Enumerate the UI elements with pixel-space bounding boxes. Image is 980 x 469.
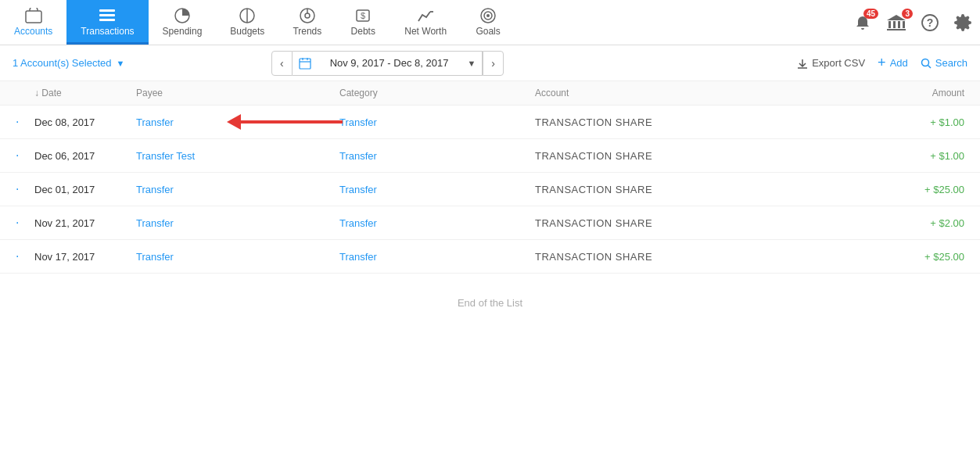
row-account: TRANSACTION SHARE — [535, 251, 871, 263]
svg-rect-2 — [99, 14, 115, 16]
row-category: Transfer — [339, 150, 535, 162]
trends-icon — [299, 5, 316, 24]
row-category: Transfer — [339, 217, 535, 229]
account-selector[interactable]: 1 Account(s) Selected ▼ — [13, 57, 124, 69]
row-payee: Transfer — [136, 217, 339, 229]
end-of-list: End of the List — [0, 274, 980, 332]
row-dot: · — [16, 115, 34, 129]
date-dropdown-button[interactable]: ▼ — [461, 51, 483, 76]
row-amount: + $25.00 — [871, 184, 964, 195]
search-button[interactable]: Search — [921, 57, 967, 69]
header-category: Category — [339, 88, 535, 98]
row-payee: Transfer — [136, 184, 339, 195]
table-row[interactable]: · Dec 08, 2017 Transfer Transfer TRANSAC… — [0, 106, 980, 139]
row-account: TRANSACTION SHARE — [535, 184, 871, 195]
search-icon — [921, 58, 932, 69]
row-amount: + $25.00 — [871, 251, 964, 263]
networth-icon — [417, 5, 434, 24]
debts-icon: $ — [354, 5, 372, 24]
budgets-icon — [239, 5, 256, 24]
table-row[interactable]: · Nov 17, 2017 Transfer Transfer TRANSAC… — [0, 240, 980, 274]
nav-label-accounts: Accounts — [14, 26, 52, 37]
nav-label-budgets: Budgets — [230, 26, 264, 37]
svg-text:$: $ — [361, 11, 365, 20]
svg-point-8 — [305, 13, 310, 18]
table-header: ↓ Date Payee Category Account Amount — [0, 81, 980, 106]
nav-item-debts[interactable]: $ Debts — [336, 0, 390, 45]
nav-item-transactions[interactable]: Transactions — [66, 0, 148, 45]
date-navigation: ‹ Nov 9, 2017 - Dec 8, 2017 ▼ › — [271, 51, 504, 76]
row-account: TRANSACTION SHARE — [535, 150, 871, 162]
date-calendar-button[interactable] — [293, 51, 318, 76]
nav-label-goals: Goals — [476, 26, 500, 37]
svg-rect-1 — [99, 9, 115, 12]
account-selector-label: 1 Account(s) Selected — [13, 57, 111, 69]
goals-icon — [479, 5, 497, 24]
nav-item-goals[interactable]: Goals — [461, 0, 515, 45]
header-date[interactable]: ↓ Date — [34, 88, 136, 98]
svg-rect-18 — [898, 21, 900, 28]
nav-item-networth[interactable]: Net Worth — [390, 0, 461, 45]
add-icon: + — [878, 55, 886, 71]
row-category: Transfer — [339, 184, 535, 195]
table-row[interactable]: · Dec 01, 2017 Transfer Transfer TRANSAC… — [0, 173, 980, 206]
svg-rect-17 — [893, 21, 896, 28]
add-button[interactable]: + Add — [878, 55, 908, 71]
nav-label-trends: Trends — [293, 26, 321, 37]
top-navigation: Accounts Transactions Spending Budgets T… — [0, 0, 980, 45]
svg-rect-0 — [26, 11, 41, 23]
settings-button[interactable] — [953, 13, 972, 32]
header-account: Account — [535, 88, 871, 98]
account-selector-chevron: ▼ — [116, 59, 124, 68]
date-next-button[interactable]: › — [483, 51, 504, 76]
nav-label-debts: Debts — [351, 26, 375, 37]
nav-item-accounts[interactable]: Accounts — [0, 0, 66, 45]
table-row[interactable]: · Nov 21, 2017 Transfer Transfer TRANSAC… — [0, 206, 980, 240]
export-csv-button[interactable]: Export CSV — [797, 57, 865, 69]
row-account: TRANSACTION SHARE — [535, 116, 871, 128]
notifications-button[interactable]: 45 — [853, 13, 872, 32]
add-label: Add — [890, 57, 908, 69]
accounts-icon — [25, 6, 42, 24]
spending-icon — [174, 5, 191, 24]
help-button[interactable]: ? — [921, 13, 939, 32]
nav-item-budgets[interactable]: Budgets — [216, 0, 278, 45]
svg-rect-3 — [99, 19, 115, 21]
svg-rect-20 — [887, 29, 906, 30]
annotation-arrow — [227, 114, 343, 130]
table-row[interactable]: · Dec 06, 2017 Transfer Test Transfer TR… — [0, 139, 980, 173]
row-amount: + $2.00 — [871, 217, 964, 229]
export-csv-label: Export CSV — [812, 57, 865, 69]
date-range-display: Nov 9, 2017 - Dec 8, 2017 — [318, 51, 461, 76]
nav-label-spending: Spending — [163, 26, 203, 37]
alerts-badge: 3 — [902, 9, 913, 19]
row-date: Nov 17, 2017 — [34, 251, 136, 263]
row-category: Transfer — [339, 251, 535, 263]
sub-nav-actions: Export CSV + Add Search — [797, 55, 967, 71]
row-dot: · — [16, 182, 34, 196]
row-amount: + $1.00 — [871, 116, 964, 128]
export-icon — [797, 58, 808, 69]
bank-button[interactable]: 3 — [886, 13, 906, 32]
nav-item-spending[interactable]: Spending — [149, 0, 217, 45]
row-amount: + $1.00 — [871, 150, 964, 162]
row-dot: · — [16, 249, 34, 263]
svg-rect-19 — [903, 21, 905, 28]
svg-point-29 — [921, 59, 928, 66]
search-label: Search — [935, 57, 967, 69]
svg-rect-24 — [300, 59, 311, 69]
row-date: Dec 01, 2017 — [34, 184, 136, 195]
date-prev-button[interactable]: ‹ — [271, 51, 293, 76]
nav-label-networth: Net Worth — [404, 26, 447, 37]
row-account: TRANSACTION SHARE — [535, 217, 871, 229]
row-date: Nov 21, 2017 — [34, 217, 136, 229]
svg-line-30 — [928, 65, 931, 68]
svg-rect-16 — [888, 21, 891, 28]
sub-navigation: 1 Account(s) Selected ▼ ‹ Nov 9, 2017 - … — [0, 45, 980, 81]
nav-item-trends[interactable]: Trends — [278, 0, 336, 45]
svg-text:?: ? — [927, 16, 934, 29]
transactions-icon — [99, 6, 116, 24]
transaction-table: · Dec 08, 2017 Transfer Transfer TRANSAC… — [0, 106, 980, 274]
row-payee: Transfer Test — [136, 150, 339, 162]
notifications-badge: 45 — [863, 9, 878, 19]
